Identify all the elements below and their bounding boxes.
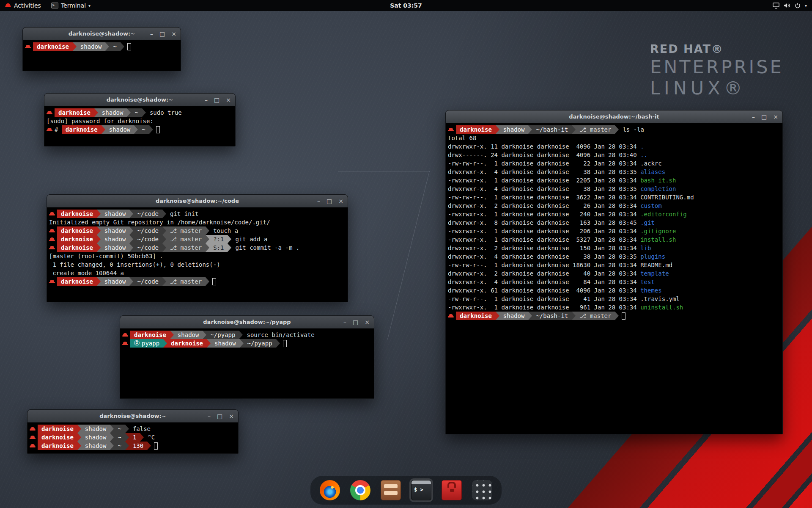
desktop: RED HAT® ENTERPRISE LINUX® darknoise@sha… <box>0 0 812 508</box>
terminal-content[interactable]: darknoiseshadow~falsedarknoiseshadow~1^C… <box>27 423 238 453</box>
output-text: .travis.yml <box>640 295 680 303</box>
system-status-area[interactable]: ▾ <box>768 0 812 11</box>
host-segment: shadow <box>105 125 134 134</box>
user-segment: darknoise <box>38 425 77 433</box>
powerline-separator <box>77 433 81 442</box>
powerline-separator <box>162 235 166 243</box>
host-segment: shadow <box>174 331 203 339</box>
terminal-line: -rw-rw-r--. 1 darknoise darknoise 3622 J… <box>448 193 782 202</box>
file-manager-icon[interactable] <box>381 480 401 500</box>
user-segment: darknoise <box>456 125 496 134</box>
python-icon: ⓟ <box>134 340 140 347</box>
firefox-icon[interactable] <box>320 480 340 500</box>
terminal-content[interactable]: darknoiseshadow~/codegit initInitialized… <box>47 208 348 302</box>
output-text: -rwxrwxr-x. 1 darknoise darknoise 2205 J… <box>448 176 640 185</box>
terminal-window-bash-it: darknoise@shadow:~/bash-it–□×darknoisesh… <box>445 110 783 434</box>
maximize-icon[interactable]: □ <box>353 319 358 325</box>
terminal-line: -rwxrwxr-x. 1 darknoise darknoise 2205 J… <box>448 176 782 185</box>
powerline-separator <box>110 433 114 442</box>
clock[interactable]: Sat 03:57 <box>385 2 427 9</box>
terminal-launcher-icon[interactable] <box>411 480 431 500</box>
path-segment: ~/code <box>133 277 162 286</box>
terminal-line: drwxrwxr-x. 4 darknoise darknoise 38 Jan… <box>448 168 782 176</box>
powerline-separator <box>125 425 129 433</box>
window-titlebar[interactable]: darknoise@shadow:~–□× <box>44 94 235 106</box>
user-segment: darknoise <box>38 433 77 442</box>
minimize-icon[interactable]: – <box>317 198 320 204</box>
output-text: plugins <box>640 252 665 261</box>
powerline-separator <box>496 125 499 134</box>
terminal-line: darknoiseshadow~130 <box>30 442 238 450</box>
window-controls: –□× <box>343 316 370 329</box>
output-text: -rwxrwxr-x. 1 darknoise darknoise 5327 J… <box>448 235 640 244</box>
user-segment: darknoise <box>167 339 207 348</box>
distro-logo-icon <box>122 331 129 339</box>
path-segment: ~/code <box>133 226 162 235</box>
output-text: .. <box>640 151 647 159</box>
app-menu-terminal[interactable]: >_ Terminal ▾ <box>46 0 96 11</box>
minimize-icon[interactable]: – <box>208 413 211 419</box>
window-titlebar[interactable]: darknoise@shadow:~–□× <box>27 410 238 422</box>
powerline-separator <box>105 42 109 51</box>
close-icon[interactable]: × <box>338 198 343 204</box>
activities-button[interactable]: Activities <box>0 0 46 11</box>
maximize-icon[interactable]: □ <box>217 413 222 419</box>
terminal-line: 1 file changed, 0 insertions(+), 0 delet… <box>49 260 348 269</box>
close-icon[interactable]: × <box>229 413 234 419</box>
exit-segment: 1 <box>129 433 140 442</box>
distro-logo-icon <box>122 339 129 348</box>
powerline-separator <box>97 235 101 243</box>
distro-logo-icon <box>30 442 36 450</box>
show-applications-icon[interactable] <box>472 480 492 500</box>
host-segment: shadow <box>101 235 130 243</box>
close-icon[interactable]: × <box>226 97 231 103</box>
maximize-icon[interactable]: □ <box>214 97 219 103</box>
maximize-icon[interactable]: □ <box>159 31 165 37</box>
host-segment: shadow <box>101 277 130 286</box>
output-text: aliases <box>640 168 665 176</box>
powerline-separator <box>149 125 153 134</box>
chrome-icon[interactable] <box>350 480 370 500</box>
window-titlebar[interactable]: darknoise@shadow:~/code–□× <box>47 195 348 207</box>
command-text: source bin/activate <box>243 331 314 339</box>
close-icon[interactable]: × <box>773 114 778 120</box>
window-titlebar[interactable]: darknoise@shadow:~/pyapp–□× <box>120 316 374 329</box>
terminal-content[interactable]: darknoiseshadow~sudo true[sudo] password… <box>44 107 235 146</box>
terminal-line: drwxrwxr-x. 4 darknoise darknoise 84 Jan… <box>448 278 782 286</box>
minimize-icon[interactable]: – <box>343 319 346 325</box>
terminal-content[interactable]: darknoiseshadow~/bash-it⎇ masterls -lato… <box>446 124 782 434</box>
minimize-icon[interactable]: – <box>752 114 755 120</box>
host-segment: shadow <box>101 210 130 218</box>
terminal-line: -rwxrwxr-x. 1 darknoise darknoise 206 Ja… <box>448 227 782 235</box>
maximize-icon[interactable]: □ <box>761 114 767 120</box>
chevron-down-icon: ▾ <box>88 3 91 8</box>
output-text: . <box>640 142 644 151</box>
powerline-separator <box>615 125 619 134</box>
output-text: -rwxrwxr-x. 1 darknoise darknoise 961 Ja… <box>448 303 640 312</box>
window-titlebar[interactable]: darknoise@shadow:~–□× <box>23 28 181 40</box>
powerline-separator <box>572 312 576 320</box>
minimize-icon[interactable]: – <box>150 31 153 37</box>
host-segment: shadow <box>81 425 110 433</box>
window-titlebar[interactable]: darknoise@shadow:~/bash-it–□× <box>446 110 782 123</box>
maximize-icon[interactable]: □ <box>326 198 332 204</box>
powerline-separator <box>163 339 167 348</box>
scm-segment: ⎇ master <box>166 243 206 252</box>
powerline-separator <box>206 235 209 243</box>
terminal-content[interactable]: darknoiseshadow~ <box>23 41 181 71</box>
terminal-window-pyapp: darknoise@shadow:~/pyapp–□×darknoiseshad… <box>120 315 374 399</box>
terminal-line: Initialized empty Git repository in /hom… <box>49 218 348 226</box>
powerline-separator <box>162 277 166 286</box>
close-icon[interactable]: × <box>365 319 370 325</box>
terminal-content[interactable]: darknoiseshadow~/pyappsource bin/activat… <box>120 329 374 398</box>
toolbox-icon[interactable] <box>442 480 462 500</box>
power-icon <box>795 3 801 8</box>
output-text: Initialized empty Git repository in /hom… <box>49 218 270 226</box>
activities-label: Activities <box>14 2 41 9</box>
minimize-icon[interactable]: – <box>205 97 208 103</box>
host-segment: shadow <box>98 108 127 117</box>
powerline-separator <box>203 331 206 339</box>
user-segment: darknoise <box>57 235 97 243</box>
close-icon[interactable]: × <box>171 31 176 37</box>
output-text: -rw-rw-r--. 1 darknoise darknoise 22 Jan… <box>448 159 640 168</box>
